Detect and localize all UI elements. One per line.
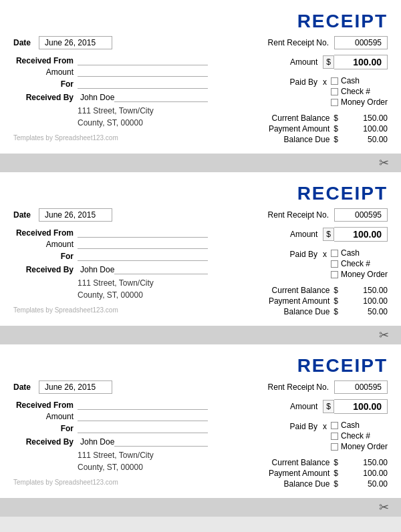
cash-label-0: Cash xyxy=(341,76,360,85)
received-by-field-2[interactable] xyxy=(114,437,208,447)
balance-due-dollar-1: $ xyxy=(333,307,338,316)
rent-receipt-no-1: 000595 xyxy=(334,208,388,222)
paid-by-label-1: Paid By xyxy=(290,248,317,259)
payment-amount-label-2: Payment Amount xyxy=(269,469,329,478)
current-balance-label-0: Current Balance xyxy=(272,113,330,123)
current-balance-value-2: 150.00 xyxy=(341,458,388,467)
footer-1: Templates by Spreadsheet123.com xyxy=(13,306,208,314)
money-order-label-1: Money Order xyxy=(341,270,388,279)
amount-value-1: 100.00 xyxy=(334,227,388,242)
date-value-1: June 26, 2015 xyxy=(39,208,112,222)
checkbox-cash-1[interactable] xyxy=(331,250,338,257)
received-from-field-0[interactable] xyxy=(78,56,208,65)
payment-cash-2: Cash xyxy=(331,421,388,430)
balance-due-value-1: 50.00 xyxy=(341,307,388,316)
payment-amount-row-0: Payment Amount $ 100.00 xyxy=(215,124,388,134)
receipt-1: RECEIPT Date June 26, 2015 Received From xyxy=(0,172,401,326)
address-0: 111 Street, Town/City County, ST, 00000 xyxy=(13,105,208,129)
received-from-field-1[interactable] xyxy=(78,228,208,238)
payment-cash-0: Cash xyxy=(331,76,388,85)
money-order-label-0: Money Order xyxy=(341,97,388,107)
address-line2-1: County, ST, 00000 xyxy=(78,289,208,301)
date-row-2: Date June 26, 2015 xyxy=(13,380,208,394)
footer-0: Templates by Spreadsheet123.com xyxy=(13,134,208,142)
left-col-0: Date June 26, 2015 Received From Amount … xyxy=(13,36,208,146)
received-from-label-0: Received From xyxy=(13,56,74,65)
paid-by-section-2: Paid By x Cash Check # xyxy=(215,421,388,451)
balance-due-label-0: Balance Due xyxy=(284,135,330,144)
paid-by-marker-0: x xyxy=(323,76,327,87)
payment-money-order-1: Money Order xyxy=(331,270,388,279)
received-from-label-1: Received From xyxy=(13,228,74,238)
payment-options-0: Cash Check # Money Order xyxy=(331,76,388,107)
current-balance-label-1: Current Balance xyxy=(272,286,330,295)
checkbox-money-order-0[interactable] xyxy=(331,99,338,106)
amount-row-2: Amount $ 100.00 xyxy=(215,399,388,414)
address-2: 111 Street, Town/City County, ST, 00000 xyxy=(13,449,208,473)
received-by-field-1[interactable] xyxy=(114,265,208,274)
received-by-label-1: Received By xyxy=(13,265,74,274)
receipt-0: RECEIPT Date June 26, 2015 Received From xyxy=(0,0,401,154)
amount-row-0: Amount $ 100.00 xyxy=(215,55,388,69)
received-by-label-0: Received By xyxy=(13,93,74,102)
amount-value-0: 100.00 xyxy=(334,55,388,69)
amount-dollar-2: $ xyxy=(323,400,334,413)
rent-receipt-row-0: Rent Receipt No. 000595 xyxy=(215,36,388,49)
scissors-icon-last: ✂ xyxy=(379,500,389,515)
scissors-icon: ✂ xyxy=(379,328,389,342)
received-from-group-2: Received From Amount For Received By Joh… xyxy=(13,401,208,447)
paid-by-label-2: Paid By xyxy=(290,421,317,431)
current-balance-dollar-1: $ xyxy=(333,286,338,295)
payment-check-0: Check # xyxy=(331,87,388,96)
receipt-2: RECEIPT Date June 26, 2015 Received From xyxy=(0,344,401,498)
for-field-2[interactable] xyxy=(78,424,208,433)
amount-field-2[interactable] xyxy=(78,412,208,421)
date-label-2: Date xyxy=(13,382,33,392)
rent-receipt-no-0: 000595 xyxy=(334,36,388,49)
current-balance-label-2: Current Balance xyxy=(272,458,330,467)
address-line2-0: County, ST, 00000 xyxy=(78,117,208,129)
scissors-icon: ✂ xyxy=(379,156,389,170)
rent-receipt-no-2: 000595 xyxy=(334,380,388,394)
rent-receipt-label-0: Rent Receipt No. xyxy=(268,38,329,47)
checkbox-check-2[interactable] xyxy=(331,433,338,440)
rent-receipt-row-2: Rent Receipt No. 000595 xyxy=(215,380,388,394)
received-from-field-2[interactable] xyxy=(78,401,208,410)
checkbox-cash-0[interactable] xyxy=(331,77,338,85)
for-field-1[interactable] xyxy=(78,252,208,261)
amount-value-2: 100.00 xyxy=(334,399,388,414)
current-balance-dollar-2: $ xyxy=(333,458,338,467)
received-from-group-0: Received From Amount For Received By Joh… xyxy=(13,56,208,102)
checkbox-money-order-1[interactable] xyxy=(331,271,338,278)
payment-amount-value-0: 100.00 xyxy=(341,124,388,134)
balance-due-label-2: Balance Due xyxy=(284,479,330,489)
amount-field-0[interactable] xyxy=(78,67,208,77)
for-label-1: For xyxy=(13,252,74,261)
received-by-value-1: John Doe xyxy=(80,265,114,274)
received-by-field-0[interactable] xyxy=(114,93,208,102)
amount-dollar-1: $ xyxy=(323,228,334,241)
checkbox-cash-2[interactable] xyxy=(331,422,338,429)
balance-due-dollar-2: $ xyxy=(333,479,338,489)
for-field-0[interactable] xyxy=(78,79,208,89)
address-line2-2: County, ST, 00000 xyxy=(78,461,208,473)
balance-table-2: Current Balance $ 150.00 Payment Amount … xyxy=(215,458,388,489)
paid-by-section-1: Paid By x Cash Check # xyxy=(215,248,388,279)
date-value-0: June 26, 2015 xyxy=(39,36,112,49)
address-1: 111 Street, Town/City County, ST, 00000 xyxy=(13,277,208,301)
check-label-0: Check # xyxy=(341,87,370,96)
amount-field-1[interactable] xyxy=(78,240,208,249)
date-label-1: Date xyxy=(13,210,33,220)
cash-label-2: Cash xyxy=(341,421,360,430)
checkbox-money-order-2[interactable] xyxy=(331,443,338,451)
payment-amount-value-1: 100.00 xyxy=(341,296,388,306)
checkbox-check-0[interactable] xyxy=(331,88,338,95)
cash-label-1: Cash xyxy=(341,248,360,258)
checkbox-check-1[interactable] xyxy=(331,260,338,268)
current-balance-row-2: Current Balance $ 150.00 xyxy=(215,458,388,467)
amount-row-1: Amount $ 100.00 xyxy=(215,227,388,242)
balance-table-0: Current Balance $ 150.00 Payment Amount … xyxy=(215,113,388,144)
payment-amount-label-1: Payment Amount xyxy=(269,296,329,306)
payment-cash-1: Cash xyxy=(331,248,388,258)
receipt-title-0: RECEIPT xyxy=(297,11,388,32)
